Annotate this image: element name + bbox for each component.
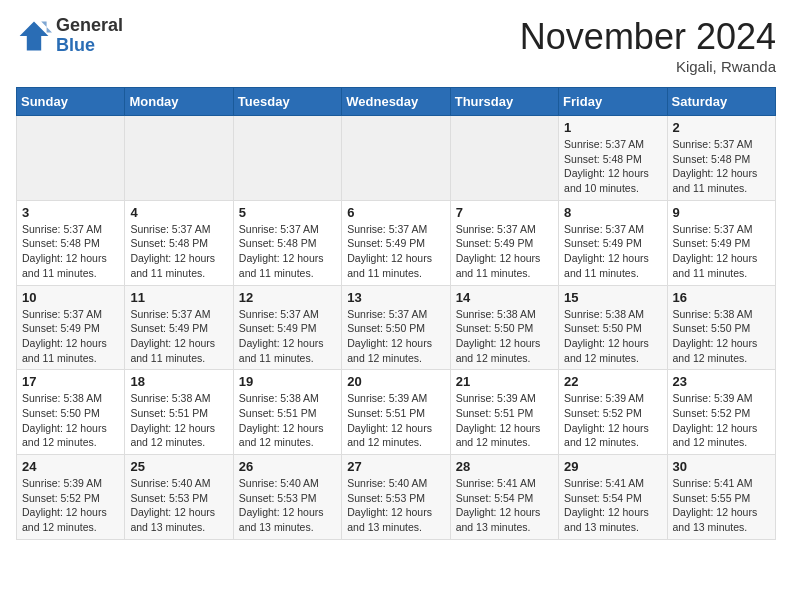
day-number: 16 (673, 290, 770, 305)
weekday-header: Wednesday (342, 88, 450, 116)
calendar-cell (233, 116, 341, 201)
logo: General Blue (16, 16, 123, 56)
calendar-cell (450, 116, 558, 201)
day-number: 24 (22, 459, 119, 474)
calendar-table: SundayMondayTuesdayWednesdayThursdayFrid… (16, 87, 776, 540)
day-info: Sunrise: 5:37 AM Sunset: 5:48 PM Dayligh… (130, 222, 227, 281)
day-info: Sunrise: 5:38 AM Sunset: 5:51 PM Dayligh… (130, 391, 227, 450)
day-number: 25 (130, 459, 227, 474)
calendar-cell: 9Sunrise: 5:37 AM Sunset: 5:49 PM Daylig… (667, 200, 775, 285)
day-info: Sunrise: 5:40 AM Sunset: 5:53 PM Dayligh… (239, 476, 336, 535)
day-info: Sunrise: 5:37 AM Sunset: 5:49 PM Dayligh… (347, 222, 444, 281)
day-number: 20 (347, 374, 444, 389)
calendar-week-row: 24Sunrise: 5:39 AM Sunset: 5:52 PM Dayli… (17, 455, 776, 540)
day-info: Sunrise: 5:37 AM Sunset: 5:48 PM Dayligh… (22, 222, 119, 281)
day-info: Sunrise: 5:39 AM Sunset: 5:52 PM Dayligh… (564, 391, 661, 450)
day-info: Sunrise: 5:37 AM Sunset: 5:49 PM Dayligh… (239, 307, 336, 366)
logo-text: General Blue (56, 16, 123, 56)
day-info: Sunrise: 5:40 AM Sunset: 5:53 PM Dayligh… (130, 476, 227, 535)
weekday-header: Sunday (17, 88, 125, 116)
day-number: 30 (673, 459, 770, 474)
day-info: Sunrise: 5:39 AM Sunset: 5:51 PM Dayligh… (347, 391, 444, 450)
day-number: 8 (564, 205, 661, 220)
day-number: 22 (564, 374, 661, 389)
day-number: 18 (130, 374, 227, 389)
day-number: 5 (239, 205, 336, 220)
calendar-cell (342, 116, 450, 201)
day-info: Sunrise: 5:37 AM Sunset: 5:49 PM Dayligh… (130, 307, 227, 366)
weekday-header: Monday (125, 88, 233, 116)
day-info: Sunrise: 5:41 AM Sunset: 5:54 PM Dayligh… (456, 476, 553, 535)
day-info: Sunrise: 5:41 AM Sunset: 5:54 PM Dayligh… (564, 476, 661, 535)
day-number: 21 (456, 374, 553, 389)
location: Kigali, Rwanda (520, 58, 776, 75)
calendar-cell: 24Sunrise: 5:39 AM Sunset: 5:52 PM Dayli… (17, 455, 125, 540)
calendar-cell: 25Sunrise: 5:40 AM Sunset: 5:53 PM Dayli… (125, 455, 233, 540)
day-number: 19 (239, 374, 336, 389)
day-number: 14 (456, 290, 553, 305)
day-number: 17 (22, 374, 119, 389)
day-info: Sunrise: 5:37 AM Sunset: 5:49 PM Dayligh… (22, 307, 119, 366)
weekday-header: Saturday (667, 88, 775, 116)
day-number: 23 (673, 374, 770, 389)
day-number: 9 (673, 205, 770, 220)
calendar-cell: 21Sunrise: 5:39 AM Sunset: 5:51 PM Dayli… (450, 370, 558, 455)
title-block: November 2024 Kigali, Rwanda (520, 16, 776, 75)
calendar-week-row: 17Sunrise: 5:38 AM Sunset: 5:50 PM Dayli… (17, 370, 776, 455)
calendar-cell (17, 116, 125, 201)
day-info: Sunrise: 5:39 AM Sunset: 5:51 PM Dayligh… (456, 391, 553, 450)
calendar-cell: 13Sunrise: 5:37 AM Sunset: 5:50 PM Dayli… (342, 285, 450, 370)
calendar-cell: 22Sunrise: 5:39 AM Sunset: 5:52 PM Dayli… (559, 370, 667, 455)
calendar-cell: 5Sunrise: 5:37 AM Sunset: 5:48 PM Daylig… (233, 200, 341, 285)
calendar-cell: 3Sunrise: 5:37 AM Sunset: 5:48 PM Daylig… (17, 200, 125, 285)
day-info: Sunrise: 5:41 AM Sunset: 5:55 PM Dayligh… (673, 476, 770, 535)
month-title: November 2024 (520, 16, 776, 58)
day-number: 6 (347, 205, 444, 220)
day-info: Sunrise: 5:37 AM Sunset: 5:49 PM Dayligh… (456, 222, 553, 281)
day-info: Sunrise: 5:39 AM Sunset: 5:52 PM Dayligh… (22, 476, 119, 535)
day-info: Sunrise: 5:39 AM Sunset: 5:52 PM Dayligh… (673, 391, 770, 450)
calendar-cell: 29Sunrise: 5:41 AM Sunset: 5:54 PM Dayli… (559, 455, 667, 540)
calendar-cell: 23Sunrise: 5:39 AM Sunset: 5:52 PM Dayli… (667, 370, 775, 455)
calendar-week-row: 10Sunrise: 5:37 AM Sunset: 5:49 PM Dayli… (17, 285, 776, 370)
calendar-cell: 10Sunrise: 5:37 AM Sunset: 5:49 PM Dayli… (17, 285, 125, 370)
calendar-cell: 8Sunrise: 5:37 AM Sunset: 5:49 PM Daylig… (559, 200, 667, 285)
weekday-header: Tuesday (233, 88, 341, 116)
calendar-cell: 6Sunrise: 5:37 AM Sunset: 5:49 PM Daylig… (342, 200, 450, 285)
calendar-cell: 26Sunrise: 5:40 AM Sunset: 5:53 PM Dayli… (233, 455, 341, 540)
day-info: Sunrise: 5:37 AM Sunset: 5:48 PM Dayligh… (239, 222, 336, 281)
page-header: General Blue November 2024 Kigali, Rwand… (16, 16, 776, 75)
day-number: 4 (130, 205, 227, 220)
day-number: 15 (564, 290, 661, 305)
calendar-cell: 27Sunrise: 5:40 AM Sunset: 5:53 PM Dayli… (342, 455, 450, 540)
day-number: 12 (239, 290, 336, 305)
svg-marker-0 (20, 21, 49, 50)
day-info: Sunrise: 5:38 AM Sunset: 5:50 PM Dayligh… (456, 307, 553, 366)
day-info: Sunrise: 5:38 AM Sunset: 5:51 PM Dayligh… (239, 391, 336, 450)
day-number: 26 (239, 459, 336, 474)
calendar-cell: 14Sunrise: 5:38 AM Sunset: 5:50 PM Dayli… (450, 285, 558, 370)
calendar-cell: 20Sunrise: 5:39 AM Sunset: 5:51 PM Dayli… (342, 370, 450, 455)
day-info: Sunrise: 5:40 AM Sunset: 5:53 PM Dayligh… (347, 476, 444, 535)
day-info: Sunrise: 5:37 AM Sunset: 5:49 PM Dayligh… (673, 222, 770, 281)
calendar-cell: 16Sunrise: 5:38 AM Sunset: 5:50 PM Dayli… (667, 285, 775, 370)
day-number: 10 (22, 290, 119, 305)
day-number: 28 (456, 459, 553, 474)
day-number: 27 (347, 459, 444, 474)
day-number: 11 (130, 290, 227, 305)
calendar-cell: 12Sunrise: 5:37 AM Sunset: 5:49 PM Dayli… (233, 285, 341, 370)
weekday-header: Friday (559, 88, 667, 116)
day-info: Sunrise: 5:37 AM Sunset: 5:48 PM Dayligh… (564, 137, 661, 196)
day-number: 13 (347, 290, 444, 305)
calendar-cell (125, 116, 233, 201)
day-info: Sunrise: 5:37 AM Sunset: 5:48 PM Dayligh… (673, 137, 770, 196)
calendar-cell: 17Sunrise: 5:38 AM Sunset: 5:50 PM Dayli… (17, 370, 125, 455)
day-info: Sunrise: 5:38 AM Sunset: 5:50 PM Dayligh… (673, 307, 770, 366)
calendar-cell: 15Sunrise: 5:38 AM Sunset: 5:50 PM Dayli… (559, 285, 667, 370)
calendar-week-row: 3Sunrise: 5:37 AM Sunset: 5:48 PM Daylig… (17, 200, 776, 285)
day-number: 2 (673, 120, 770, 135)
calendar-cell: 1Sunrise: 5:37 AM Sunset: 5:48 PM Daylig… (559, 116, 667, 201)
calendar-cell: 19Sunrise: 5:38 AM Sunset: 5:51 PM Dayli… (233, 370, 341, 455)
day-info: Sunrise: 5:38 AM Sunset: 5:50 PM Dayligh… (564, 307, 661, 366)
day-number: 1 (564, 120, 661, 135)
